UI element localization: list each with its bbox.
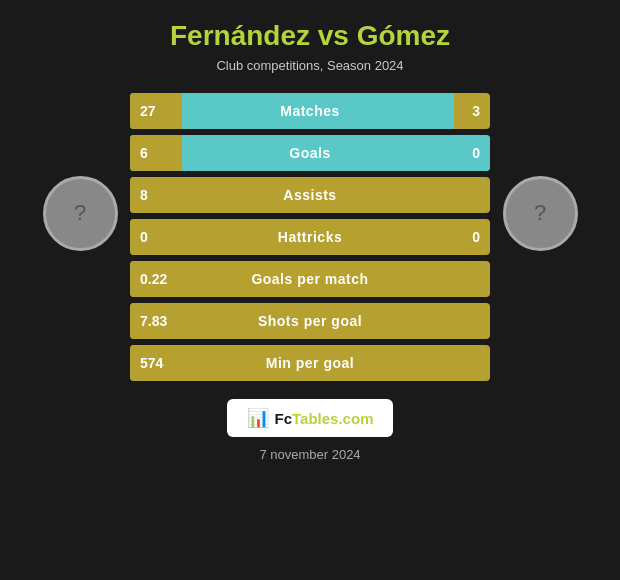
stat-right-value bbox=[438, 177, 490, 213]
stat-label: Assists bbox=[182, 187, 438, 203]
stat-row: 0.22Goals per match bbox=[130, 261, 490, 297]
stat-left-value: 0 bbox=[130, 219, 182, 255]
logo-icon: 📊 bbox=[247, 407, 269, 429]
stat-right-value: 3 bbox=[438, 93, 490, 129]
right-avatar-circle: ? bbox=[503, 176, 578, 251]
stat-left-value: 6 bbox=[130, 135, 182, 171]
left-avatar-circle: ? bbox=[43, 176, 118, 251]
logo-text: FcTables.com bbox=[275, 410, 374, 427]
stat-left-value: 8 bbox=[130, 177, 182, 213]
stat-right-value bbox=[438, 303, 490, 339]
stat-left-value: 0.22 bbox=[130, 261, 182, 297]
stat-label: Matches bbox=[182, 103, 438, 119]
main-area: ? 27Matches36Goals08Assists0Hattricks00.… bbox=[10, 93, 610, 381]
stat-label: Goals bbox=[182, 145, 438, 161]
stat-row: 27Matches3 bbox=[130, 93, 490, 129]
left-player-avatar: ? bbox=[30, 93, 130, 333]
stat-label: Goals per match bbox=[182, 271, 438, 287]
stats-container: 27Matches36Goals08Assists0Hattricks00.22… bbox=[130, 93, 490, 381]
page-title: Fernández vs Gómez bbox=[170, 20, 450, 52]
stat-row: 6Goals0 bbox=[130, 135, 490, 171]
stat-row: 7.83Shots per goal bbox=[130, 303, 490, 339]
stat-row: 8Assists bbox=[130, 177, 490, 213]
logo-area: 📊 FcTables.com bbox=[227, 399, 394, 437]
stat-right-value: 0 bbox=[438, 135, 490, 171]
stat-left-value: 7.83 bbox=[130, 303, 182, 339]
footer-date: 7 november 2024 bbox=[259, 447, 360, 462]
stat-right-value bbox=[438, 345, 490, 381]
stat-row: 574Min per goal bbox=[130, 345, 490, 381]
card: Fernández vs Gómez Club competitions, Se… bbox=[0, 0, 620, 580]
stat-row: 0Hattricks0 bbox=[130, 219, 490, 255]
stat-right-value bbox=[438, 261, 490, 297]
stat-label: Shots per goal bbox=[182, 313, 438, 329]
right-avatar-placeholder: ? bbox=[534, 200, 546, 226]
stat-left-value: 574 bbox=[130, 345, 182, 381]
left-avatar-placeholder: ? bbox=[74, 200, 86, 226]
stat-label: Hattricks bbox=[182, 229, 438, 245]
stat-left-value: 27 bbox=[130, 93, 182, 129]
stat-right-value: 0 bbox=[438, 219, 490, 255]
page-subtitle: Club competitions, Season 2024 bbox=[216, 58, 403, 73]
right-player-avatar: ? bbox=[490, 93, 590, 333]
stat-label: Min per goal bbox=[182, 355, 438, 371]
